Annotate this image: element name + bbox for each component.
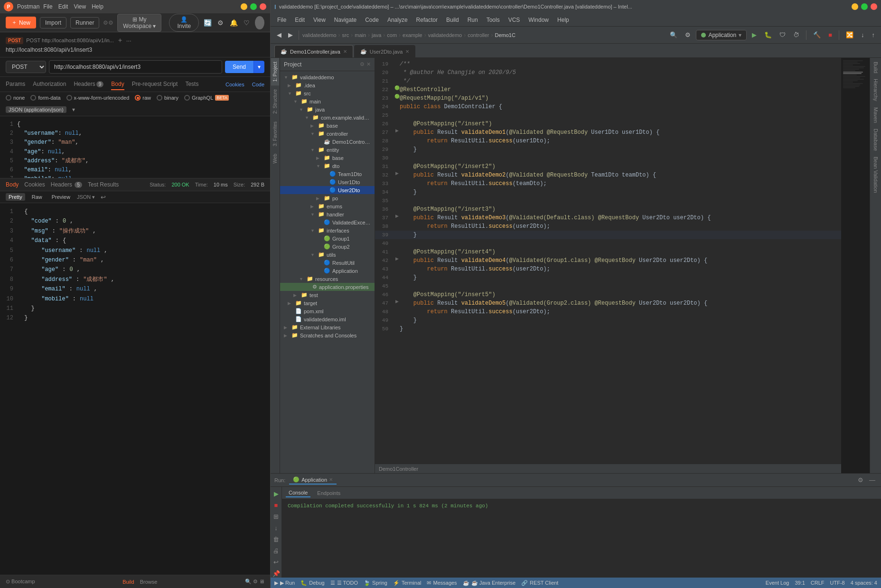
vtab-project[interactable]: 1: Project (271, 58, 279, 85)
vtab-favorites[interactable]: 3: Favorites (271, 118, 279, 150)
avatar[interactable] (255, 16, 264, 29)
ij-menu-code[interactable]: Code (361, 15, 383, 25)
clear-console-btn[interactable]: 🗑 (272, 534, 281, 544)
tree-application[interactable]: 🔵 Application (280, 267, 375, 275)
tree-base[interactable]: ▶ 📁 base (280, 121, 375, 130)
workspace-button[interactable]: ⊞ My Workspace ▾ (117, 14, 161, 32)
tree-scratches[interactable]: ▶ 📁 Scratches and Consoles (280, 331, 375, 339)
push-btn[interactable]: ↑ (870, 30, 878, 40)
forward-btn[interactable]: ▶ (286, 30, 295, 40)
tab-demo1controller[interactable]: ☕ Demo1Controller.java ✕ (274, 45, 353, 57)
tree-handler[interactable]: ▼ 📁 handler (280, 210, 375, 218)
ij-menu-edit[interactable]: Edit (291, 15, 309, 25)
more-options-button[interactable]: ··· (126, 37, 131, 44)
ij-menu-analyze[interactable]: Analyze (384, 15, 412, 25)
fmt-json-select[interactable]: JSON ▾ (77, 194, 95, 200)
menu-view[interactable]: View (74, 3, 86, 10)
send-button[interactable]: Send (225, 61, 253, 73)
tree-ext-libs[interactable]: ▶ 📁 External Libraries (280, 323, 375, 331)
tree-test[interactable]: ▶ 📁 test (280, 291, 375, 299)
footer-build[interactable]: Build (122, 579, 134, 585)
resp-tab-test-results[interactable]: Test Results (88, 181, 119, 188)
heart-icon[interactable]: ♡ (242, 16, 252, 29)
ij-menu-build[interactable]: Build (442, 15, 463, 25)
resp-tab-cookies[interactable]: Cookies (24, 181, 45, 188)
tree-main[interactable]: ▼ 📁 main (280, 97, 375, 105)
menu-help[interactable]: Help (92, 3, 103, 10)
run-btn[interactable]: ▶ (750, 30, 759, 40)
option-graphql[interactable]: GraphQL BETA (184, 95, 229, 101)
import-button[interactable]: Import (40, 17, 66, 28)
ij-menu-run[interactable]: Run (464, 15, 482, 25)
ij-menu-file[interactable]: File (273, 15, 290, 25)
add-tab-button[interactable]: ＋ (117, 36, 123, 45)
tree-idea[interactable]: ▶ 📁 .idea (280, 81, 375, 89)
profile-btn[interactable]: ⏱ (791, 30, 802, 40)
code-editor[interactable]: 19 /** 20 * @author He Changjie on 2020/… (375, 58, 841, 473)
settings-btn-tb[interactable]: ⚙ (683, 30, 693, 40)
soft-wrap-btn[interactable]: ↩ (272, 557, 280, 567)
tree-enums[interactable]: ▶ 📁 enums (280, 202, 375, 210)
tab-params[interactable]: Params (6, 79, 25, 90)
close-user2-tab[interactable]: ✕ (405, 49, 409, 54)
settings-icon[interactable]: ⚙ (216, 16, 225, 29)
wrap-icon[interactable]: ↩ (101, 194, 106, 201)
ij-menu-tools[interactable]: Tools (483, 15, 504, 25)
tree-src[interactable]: ▼ 📁 src (280, 89, 375, 97)
option-raw[interactable]: raw (135, 95, 151, 101)
stop-run-btn[interactable]: ■ (273, 500, 280, 510)
tree-interfaces[interactable]: ▼ 📁 interfaces (280, 226, 375, 234)
status-run[interactable]: ▶ ▶ Run (274, 580, 295, 586)
option-binary[interactable]: binary (157, 95, 178, 101)
git-btn[interactable]: 🔀 (844, 30, 856, 40)
console-tab[interactable]: Console (286, 489, 310, 497)
tree-resultutil[interactable]: 🔵 ResultUtil (280, 259, 375, 267)
option-form-data[interactable]: form-data (30, 95, 60, 101)
tab-body[interactable]: Body (111, 79, 124, 90)
new-button[interactable]: ＋ New (6, 17, 36, 28)
code-link[interactable]: Code (252, 82, 264, 87)
ij-maximize-button[interactable] (861, 3, 868, 10)
run-tab-application[interactable]: 🟢 Application ✕ (289, 476, 337, 485)
status-messages[interactable]: ✉ Messages (427, 580, 457, 586)
search-everything[interactable]: 🔍 (667, 30, 680, 40)
tree-team1dto[interactable]: 🔵 Team1Dto (280, 170, 375, 178)
status-event-log[interactable]: Event Log (766, 580, 789, 586)
vtab-web[interactable]: Web (271, 150, 279, 167)
tree-utils[interactable]: ▼ 📁 utils (280, 251, 375, 259)
tree-entity-base[interactable]: ▶ 📁 base (280, 154, 375, 162)
hide-icon[interactable]: ✕ (366, 61, 371, 67)
tree-com-example[interactable]: ▼ 📁 com.example.validateddemo (280, 113, 375, 121)
tab-tests[interactable]: Tests (185, 79, 198, 90)
ij-close-button[interactable] (871, 3, 877, 10)
status-spring[interactable]: 🍃 Spring (364, 580, 387, 586)
update-btn[interactable]: ↓ (859, 30, 867, 40)
json-format-badge[interactable]: JSON (application/json) (6, 106, 66, 113)
run-config[interactable]: Application ▾ (696, 30, 747, 40)
tree-po[interactable]: ▶ 📁 po (280, 194, 375, 202)
tree-validated-ex[interactable]: 🔵 ValidatedExceptionHandl... (280, 218, 375, 226)
run-settings-btn[interactable]: ⚙ (856, 476, 865, 485)
scroll-end-btn[interactable]: ↓ (273, 523, 279, 533)
vtab-structure[interactable]: 2: Structure (271, 85, 279, 118)
rsidebar-maven[interactable]: Maven (873, 105, 879, 125)
make-btn[interactable]: 🔨 (811, 30, 823, 40)
rerun-btn[interactable]: ▶ (272, 489, 280, 499)
fmt-preview[interactable]: Preview (49, 193, 73, 201)
ij-menu-window[interactable]: Window (525, 15, 553, 25)
tree-controller[interactable]: ▼ 📁 controller (280, 130, 375, 138)
url-input[interactable] (49, 60, 222, 74)
back-btn[interactable]: ◀ (274, 30, 284, 40)
tree-app-props[interactable]: ⚙ application.properties (280, 283, 375, 291)
status-java-enterprise[interactable]: ☕ ☕ Java Enterprise (463, 580, 515, 586)
tree-group2[interactable]: 🟢 Group2 (280, 243, 375, 251)
tree-resources[interactable]: ▼ 📁 resources (280, 275, 375, 283)
debug-btn[interactable]: 🐛 (762, 30, 774, 40)
resp-tab-body[interactable]: Body (6, 181, 19, 188)
refresh-icon[interactable]: 🔄 (203, 16, 212, 29)
rsidebar-hierarchy[interactable]: Hierarchy (873, 77, 879, 103)
tab-headers[interactable]: Headers9 (74, 79, 103, 90)
bell-icon[interactable]: 🔔 (229, 16, 238, 29)
request-body-editor[interactable]: 1{ 2 "username": null, 3 "gender": "man"… (0, 116, 270, 178)
ij-minimize-button[interactable] (852, 3, 858, 10)
